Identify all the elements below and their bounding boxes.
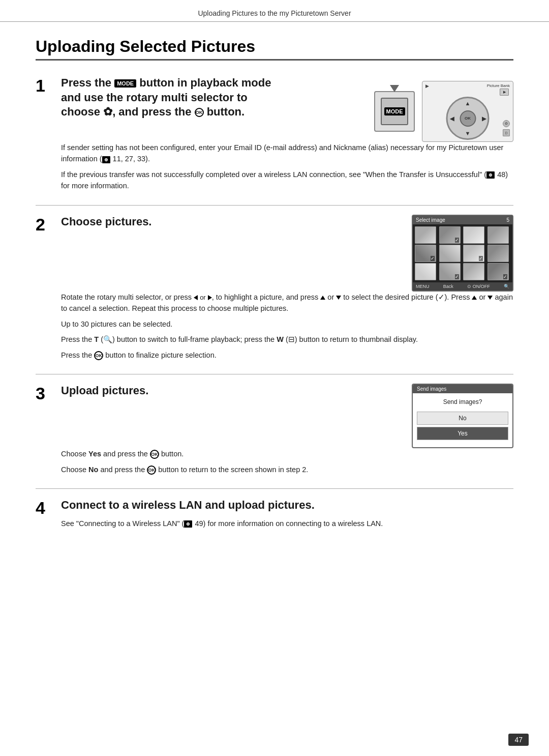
ok-btn-2: OK [94,351,103,360]
select-image-panel: Select image 5 [412,215,513,292]
step-2-body3: Press the T (🔍) button to switch to full… [61,334,513,345]
ok-btn-1: OK [195,108,204,117]
mode-diagram-inner: MODE [381,98,408,125]
thumb-4 [487,226,509,244]
step-4-body1: See "Connecting to a Wireless LAN" (⊕ 49… [61,518,513,529]
step-1-divider [36,205,513,206]
book-ref-icon-1: ⊕ [102,156,110,163]
w-bold: W [277,335,284,343]
page-content: Uploading Selected Pictures 1 Press the … [0,22,549,573]
book-ref-icon-2: ⊕ [486,171,495,179]
tri-down-icon-1 [336,296,341,300]
thumb-12 [487,263,509,280]
step-3-number: 3 [36,384,61,479]
send-images-header: Send images [413,385,512,393]
picture-bank-label: Picture Bank [487,83,510,88]
thumb-5 [415,245,436,262]
mode-diagram-label: MODE [384,107,405,115]
mode-button-diagram: MODE [374,91,415,132]
send-images-body: Send images? No Yes [413,393,512,447]
mode-kbd: MODE [114,79,136,88]
t-bold: T [94,335,99,343]
step-1: 1 Press the MODE button in playback mode… [36,76,513,196]
select-image-count: 5 [506,217,509,223]
camera-diagram: ▶ Picture Bank ▶ ▲ ▼ ◀ ▶ OK [422,81,513,142]
page-number: 47 [508,734,529,746]
step-3-right: Send images Send images? No Yes [412,384,513,448]
tri-left-icon-1 [194,295,198,300]
thumb-11 [463,263,484,280]
step-4-heading: Connect to a wireless LAN and upload pic… [61,498,513,513]
footer-back-label: Back [443,284,453,289]
step-3-heading-row: Upload pictures. Send images Send images… [61,384,513,448]
step-3-body1: Choose Yes and press the OK button. [61,448,513,459]
ok-btn-4: OK [147,466,156,475]
thumb-6 [439,245,461,262]
step-2-body2: Up to 30 pictures can be selected. [61,318,513,330]
step-3-divider [36,488,513,489]
step-1-content: Press the MODE button in playback mode a… [61,76,513,196]
step-2-heading: Choose pictures. [61,215,396,229]
step-3-heading: Upload pictures. [61,384,396,398]
step-2-number: 2 [36,215,61,365]
camera-dial: ▲ ▼ ◀ ▶ OK [446,97,490,140]
step-3-body2: Choose No and press the OK button to ret… [61,464,513,475]
footer-onoff-label: ⊙ ON/OFF [467,284,490,289]
step-1-heading-row: Press the MODE button in playback mode a… [61,76,513,142]
select-image-label: Select image [416,217,445,223]
thumb-10 [439,263,461,280]
step-4: 4 Connect to a wireless LAN and upload p… [36,498,513,533]
step-1-body2: If the previous transfer was not success… [61,169,513,192]
step-2-body1: Rotate the rotary multi selector, or pre… [61,292,513,314]
page-number-text: 47 [514,736,523,744]
step-3-content: Upload pictures. Send images Send images… [61,384,513,479]
thumb-3 [463,226,484,244]
tri-up-icon-1 [320,296,325,300]
thumb-9 [415,263,436,280]
step-1-diagrams: MODE ▶ Picture Bank ▶ ▲ ▼ ◀ [374,81,513,142]
thumb-2 [439,226,461,244]
yes-label: Yes [88,450,101,458]
step-2: 2 Choose pictures. Select image 5 [36,215,513,365]
tri-down-icon-2 [487,296,493,300]
step-2-divider [36,374,513,374]
step-1-heading: Press the MODE button in playback mode a… [61,76,359,120]
tri-right-icon-1 [208,295,212,300]
ok-btn-3: OK [150,450,159,459]
step-2-heading-row: Choose pictures. Select image 5 [61,215,513,292]
book-ref-icon-3: ⊕ [184,520,192,528]
step-2-content: Choose pictures. Select image 5 [61,215,513,365]
select-image-header: Select image 5 [413,216,512,224]
send-btn-no: No [417,412,508,425]
step-2-right: Select image 5 [412,215,513,292]
footer-zoom-label: 🔍 [504,284,509,289]
select-image-footer: MENU Back ⊙ ON/OFF 🔍 [413,282,512,290]
select-image-grid [413,224,512,282]
send-images-label: Send images [417,386,446,392]
thumb-8 [487,245,509,262]
step-1-body1: If sender setting has not been configure… [61,142,513,165]
send-images-panel: Send images Send images? No Yes [412,384,513,448]
step-1-number: 1 [36,76,61,196]
send-btn-yes: Yes [417,427,508,440]
no-label: No [88,466,98,474]
step-2-body4: Press the OK button to finalize picture … [61,350,513,361]
page-header: Uploading Pictures to the my Picturetown… [0,0,549,22]
page-title: Uploading Selected Pictures [36,37,513,56]
title-divider [36,59,513,61]
header-text: Uploading Pictures to the my Picturetown… [198,9,351,17]
footer-menu-label: MENU [416,284,430,289]
thumb-7 [463,245,484,262]
thumb-1 [415,226,436,244]
step-3: 3 Upload pictures. Send images Send imag… [36,384,513,479]
step-4-number: 4 [36,498,61,533]
tri-up-icon-2 [472,296,477,300]
step-4-content: Connect to a wireless LAN and upload pic… [61,498,513,533]
send-images-question: Send images? [417,398,508,405]
